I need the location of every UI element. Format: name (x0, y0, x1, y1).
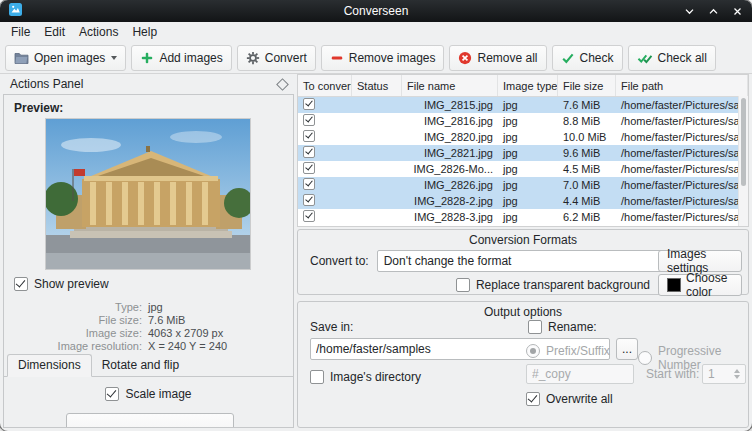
table-scrollbar[interactable] (738, 96, 748, 226)
cell-file-size: 6.2 MiB (558, 211, 616, 223)
overwrite-all-label: Overwrite all (546, 392, 613, 406)
table-row[interactable]: IMG_2816.jpg jpg 8.8 MiB /home/faster/Pi… (298, 113, 748, 129)
table-row[interactable]: IMG_2815.jpg jpg 7.6 MiB /home/faster/Pi… (298, 97, 748, 113)
partial-control[interactable] (66, 413, 234, 428)
file-table: To convert Status File name Image type F… (297, 74, 749, 227)
spinner-arrows-icon[interactable] (734, 369, 740, 379)
check-button[interactable]: Check (552, 45, 623, 71)
start-with-spinner[interactable]: 1 (702, 364, 746, 384)
table-row[interactable]: IMG_2828-2.jpg jpg 4.4 MiB /home/faster/… (298, 193, 748, 209)
start-with-label: Start with: (646, 367, 699, 381)
menu-help[interactable]: Help (125, 22, 164, 43)
rename-checkbox[interactable] (528, 320, 542, 334)
cell-file-path: /home/faster/Pictures/samples (616, 131, 748, 143)
prefix-suffix-label: Prefix/Suffix (546, 344, 610, 358)
show-preview-checkbox[interactable] (14, 277, 28, 291)
start-with-value: 1 (708, 367, 715, 381)
scale-image-checkbox[interactable] (105, 387, 119, 401)
table-row[interactable]: IMG_2826.jpg jpg 7.0 MiB /home/faster/Pi… (298, 177, 748, 193)
toolbar: Open images Add images Convert Remove im… (0, 43, 752, 74)
menu-file[interactable]: File (4, 22, 37, 43)
open-images-button[interactable]: Open images (5, 45, 126, 71)
table-row[interactable]: IMG_2828-3.jpg jpg 6.2 MiB /home/faster/… (298, 209, 748, 225)
gear-icon (246, 51, 260, 65)
file-size-label: File size: (4, 314, 148, 327)
images-directory-checkbox[interactable] (310, 370, 324, 384)
cell-file-name: IMG_2826-Mo... (402, 163, 498, 175)
chevron-down-icon (111, 56, 117, 60)
cell-file-name: IMG_2826.jpg (402, 179, 498, 191)
panel-float-icon[interactable] (276, 78, 289, 91)
row-checkbox[interactable] (303, 98, 315, 110)
replace-background-checkbox[interactable] (456, 278, 470, 292)
header-file-size[interactable]: File size (558, 75, 616, 96)
tab-dimensions[interactable]: Dimensions (7, 354, 92, 377)
cell-file-path: /home/faster/Pictures/samples (616, 163, 748, 175)
preview-label: Preview: (14, 101, 63, 115)
cell-file-path: /home/faster/Pictures/samples (616, 147, 748, 159)
minimize-button[interactable] (684, 6, 695, 17)
rename-pattern-input[interactable] (526, 364, 634, 384)
resolution-value: X = 240 Y = 240 (148, 340, 227, 353)
cell-image-type: jpg (498, 147, 558, 159)
cell-file-path: /home/faster/Pictures/samples (616, 115, 748, 127)
browse-button[interactable]: ... (616, 338, 638, 360)
convert-to-label: Convert to: (310, 254, 369, 268)
cell-image-type: jpg (498, 211, 558, 223)
row-checkbox[interactable] (303, 130, 315, 142)
scale-image-row: Scale image (4, 387, 293, 401)
cell-file-name: IMG_2828-3.jpg (402, 211, 498, 223)
row-checkbox[interactable] (303, 178, 315, 190)
cell-image-type: jpg (498, 131, 558, 143)
format-combobox[interactable]: Don't change the format (377, 250, 679, 272)
plus-icon (140, 51, 154, 65)
menu-actions[interactable]: Actions (72, 22, 125, 43)
cell-file-name: IMG_2828-2.jpg (402, 195, 498, 207)
row-checkbox[interactable] (303, 162, 315, 174)
image-size-value: 4063 x 2709 px (148, 327, 223, 340)
header-file-path[interactable]: File path (616, 75, 748, 96)
check-all-button[interactable]: Check all (628, 45, 716, 71)
cell-file-name: IMG_2821.jpg (402, 147, 498, 159)
cell-file-path: /home/faster/Pictures/samples (616, 99, 748, 111)
table-row[interactable]: IMG_2820.jpg jpg 10.0 MiB /home/faster/P… (298, 129, 748, 145)
show-preview-label: Show preview (34, 277, 109, 291)
table-row[interactable]: IMG_2826-Mo... jpg 4.5 MiB /home/faster/… (298, 161, 748, 177)
actions-panel-header: Actions Panel (3, 74, 294, 94)
scrollbar-thumb[interactable] (741, 98, 746, 186)
cell-image-type: jpg (498, 163, 558, 175)
overwrite-all-checkbox[interactable] (526, 392, 540, 406)
close-button[interactable] (732, 6, 743, 17)
row-checkbox[interactable] (303, 194, 315, 206)
table-header: To convert Status File name Image type F… (298, 75, 748, 97)
prefix-suffix-radio[interactable] (526, 344, 540, 358)
actions-panel: Actions Panel Preview: (3, 74, 294, 428)
rename-label: Rename: (548, 320, 597, 334)
row-checkbox[interactable] (303, 146, 315, 158)
tab-rotate-flip[interactable]: Rotate and flip (92, 355, 189, 376)
choose-color-button[interactable]: Choose color (658, 274, 742, 296)
header-to-convert[interactable]: To convert (298, 75, 352, 96)
actions-panel-title: Actions Panel (10, 77, 83, 91)
cell-file-size: 8.8 MiB (558, 115, 616, 127)
add-images-button[interactable]: Add images (131, 45, 231, 71)
header-image-type[interactable]: Image type (498, 75, 558, 96)
row-checkbox[interactable] (303, 210, 315, 222)
remove-all-button[interactable]: Remove all (449, 45, 546, 71)
row-checkbox[interactable] (303, 114, 315, 126)
maximize-button[interactable] (708, 6, 719, 17)
images-settings-button[interactable]: Images settings (658, 250, 742, 272)
cell-file-size: 7.0 MiB (558, 179, 616, 191)
menubar: File Edit Actions Help (0, 22, 752, 43)
menu-edit[interactable]: Edit (37, 22, 72, 43)
progressive-number-radio[interactable] (638, 351, 652, 365)
cell-file-path: /home/faster/Pictures/samples (616, 195, 748, 207)
remove-images-button[interactable]: Remove images (321, 45, 445, 71)
right-pane: To convert Status File name Image type F… (297, 74, 749, 428)
header-file-name[interactable]: File name (402, 75, 498, 96)
table-row[interactable]: IMG_2821.jpg jpg 9.6 MiB /home/faster/Pi… (298, 145, 748, 161)
convert-button[interactable]: Convert (237, 45, 316, 71)
header-status[interactable]: Status (352, 75, 402, 96)
cell-image-type: jpg (498, 115, 558, 127)
output-options-group: Output options Save in: ... Image's dire… (297, 301, 749, 428)
